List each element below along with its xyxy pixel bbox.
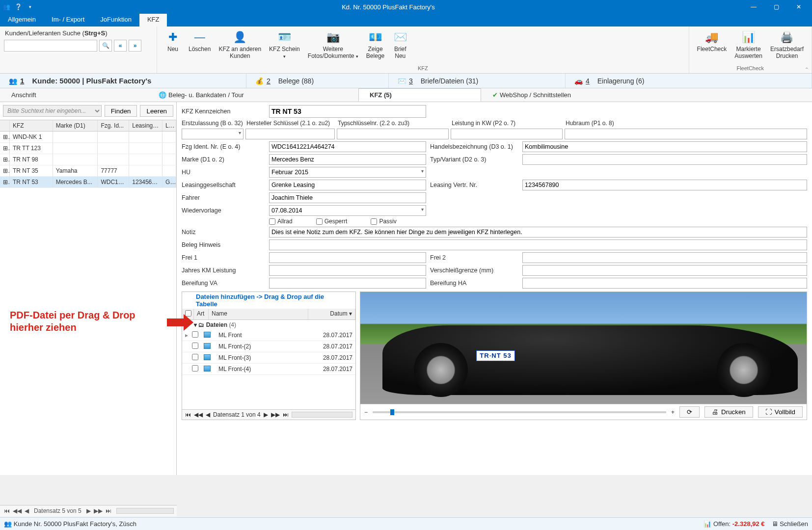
qat-dropdown-icon[interactable]: ▾ [26,2,34,11]
table-row[interactable]: ⊞WND-NK 1 [0,132,176,143]
clear-button[interactable]: Leeren [140,105,173,117]
col-marke[interactable]: Marke (D1) [53,120,98,131]
inp-herstschl[interactable] [245,129,335,139]
close-button[interactable]: ✕ [787,0,810,14]
files-group[interactable]: ▾ 🗂 Dateien (4) [182,320,355,330]
table-row[interactable]: ⊞TR NT 98 [0,154,176,165]
new-letter-button[interactable]: ✉️Brief Neu [388,28,412,65]
inp-leasnr[interactable] [522,180,807,190]
files-last-icon[interactable]: ⏭ [283,411,289,418]
tab-briefe[interactable]: ✉️ 3 Briefe/Dateien (31) [389,74,566,88]
chk-allrad[interactable]: Allrad [269,218,293,225]
inp-wv[interactable] [269,205,426,216]
col-date[interactable]: Datum ▾ [308,309,355,319]
inp-km[interactable] [269,265,426,276]
kfz-schein-button[interactable]: 🪪KFZ Schein▾ [265,28,304,65]
col-last[interactable]: Leas [162,120,176,131]
tab-allgemein[interactable]: Allgemein [0,14,44,26]
inp-handel[interactable] [522,141,807,152]
grid-prevpage-icon[interactable]: ◀◀ [12,507,23,514]
file-row[interactable]: ML Front-(2)28.07.2017 [182,341,355,352]
rotate-button[interactable]: ⟳ [679,406,700,418]
file-row[interactable]: ML Front-(3)28.07.2017 [182,352,355,364]
show-docs-button[interactable]: 💶Zeige Belege [362,28,388,65]
inp-bva[interactable] [269,278,426,289]
inp-marke[interactable] [269,154,426,165]
inp-hu[interactable] [269,167,426,178]
inp-versch[interactable] [522,265,807,276]
col-fzg[interactable]: Fzg. Id... [98,120,129,131]
minimize-button[interactable]: — [742,0,765,14]
inp-hinweis[interactable] [269,239,807,250]
grid-nextpage-icon[interactable]: ▶▶ [93,507,104,514]
file-row[interactable]: ▸ML Front28.07.2017 [182,330,355,341]
inp-fahrer[interactable] [269,192,426,203]
prev-customer-button[interactable]: « [114,40,127,52]
col-leasing[interactable]: Leasing ... [129,120,162,131]
evaluate-marked-button[interactable]: 📊Markierte Auswerten [731,28,766,65]
next-customer-button[interactable]: » [129,40,141,52]
grid-prev-icon[interactable]: ◀ [24,507,30,514]
inp-leasg[interactable] [269,180,426,190]
files-first-icon[interactable]: ⏮ [185,411,191,418]
inp-notiz[interactable] [269,227,807,238]
fullscreen-icon: ⛶ [765,408,772,416]
inp-ident[interactable] [269,141,426,152]
inp-bha[interactable] [522,278,807,289]
subtab-webshop[interactable]: ✔WebShop / Schnittstellen [481,88,812,102]
inp-erstzulassung[interactable] [182,129,244,139]
tab-belege[interactable]: 💰 2 Belege (88) [246,74,389,88]
delete-button[interactable]: —Löschen [185,28,215,65]
inp-typschl[interactable] [337,129,449,139]
zoom-slider[interactable] [373,411,666,413]
subtab-bankdaten[interactable]: 🌐Beleg- u. Bankdaten / Tour [147,88,358,102]
list-search-input[interactable]: Bitte Suchtext hier eingeben... [3,105,102,117]
grid-first-icon[interactable]: ⏮ [3,507,11,514]
table-row[interactable]: ⊞TR NT 35Yamaha77777 [0,165,176,177]
files-scrollbar[interactable] [292,412,352,418]
grid-last-icon[interactable]: ⏭ [105,507,112,514]
tab-import-export[interactable]: Im- / Export [44,14,92,26]
inp-hubraum[interactable] [565,129,807,139]
tab-jofunktion[interactable]: JoFunktion [92,14,139,26]
zoom-in-icon[interactable]: + [671,409,675,416]
maximize-button[interactable]: ▢ [765,0,787,14]
grid-scrollbar[interactable] [116,508,174,514]
files-next-icon[interactable]: ▶ [264,411,268,418]
zoom-out-icon[interactable]: − [364,409,368,416]
fleetcheck-button[interactable]: 🚚FleetCheck [693,28,731,65]
kfz-other-customer-button[interactable]: 👤KFZ an anderen Kunden [215,28,265,65]
col-kfz[interactable]: KFZ [10,120,53,131]
col-name[interactable]: Name [209,309,308,319]
table-row[interactable]: ⊞TR TT 123 [0,143,176,154]
file-row[interactable]: ML Front-(4)28.07.2017 [182,364,355,375]
inp-kennzeichen[interactable] [269,105,426,118]
tab-einlagerung[interactable]: 🚗 4 Einlagerung (6) [566,74,812,88]
subtab-kfz[interactable]: KFZ (5) [358,88,481,102]
inp-frei2[interactable] [522,252,807,263]
chk-gesperrt[interactable]: Gesperrt [316,218,348,225]
chk-passiv[interactable]: Passiv [371,218,396,225]
ribbon-collapse-icon[interactable]: ⌃ [805,67,809,72]
grid-next-icon[interactable]: ▶ [85,507,92,514]
col-art[interactable]: Art [194,309,209,319]
inp-typv[interactable] [522,154,807,165]
search-icon[interactable]: 🔍 [99,40,112,52]
subtab-anschrift[interactable]: Anschrift [0,88,147,102]
more-photos-button[interactable]: 📷Weitere Fotos/Dokumente ▾ [304,28,362,65]
inp-leistung[interactable] [451,129,563,139]
tab-kfz[interactable]: KFZ [139,14,167,26]
fullscreen-button[interactable]: ⛶Vollbild [758,406,803,418]
customer-search-input[interactable] [4,40,97,52]
files-nextpage-icon[interactable]: ▶▶ [271,411,280,418]
files-prevpage-icon[interactable]: ◀◀ [194,411,203,418]
inp-frei1[interactable] [269,252,426,263]
files-prev-icon[interactable]: ◀ [206,411,210,418]
print-spare-button[interactable]: 🖨️Ersatzbedarf Drucken [766,28,808,65]
new-button[interactable]: ✚Neu [161,28,185,65]
close-window-button[interactable]: 🖥 Schließen [772,520,808,528]
table-row[interactable]: ⊞TR NT 53Mercedes B...WDC16...1234567...… [0,177,176,188]
find-button[interactable]: Finden [105,105,137,117]
help-icon[interactable]: ❔ [14,2,23,11]
print-photo-button[interactable]: 🖨Drucken [704,406,753,418]
